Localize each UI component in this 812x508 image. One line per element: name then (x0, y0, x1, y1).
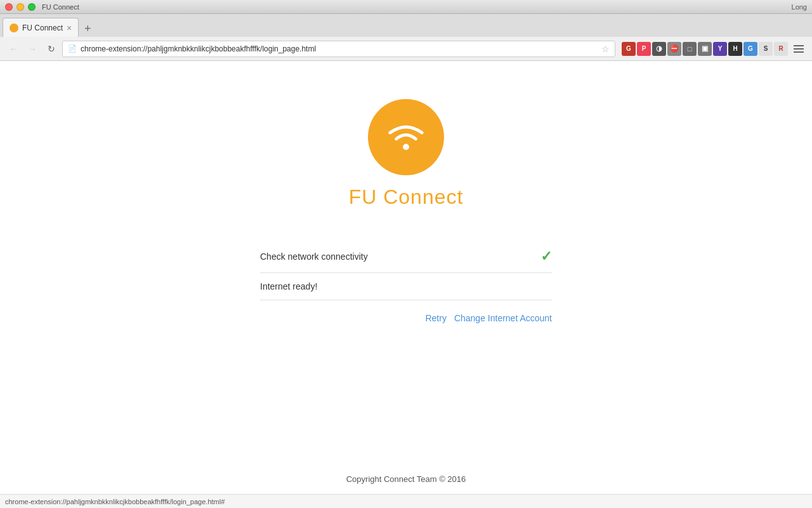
reload-button[interactable]: ↻ (43, 41, 60, 57)
translate-ext-icon[interactable]: G (743, 42, 757, 56)
ext10-icon[interactable]: S (759, 42, 773, 56)
maximize-button[interactable] (28, 3, 36, 11)
pocket-ext-icon[interactable]: P (637, 42, 651, 56)
honey-ext-icon[interactable]: Y (713, 42, 727, 56)
svg-point-0 (403, 144, 409, 150)
connectivity-check-row: Check network connectivity ✓ (260, 241, 552, 273)
status-bar-url: chrome-extension://pahljgmknbkknlikcjkbo… (5, 498, 225, 505)
internet-status-message: Internet ready! (260, 281, 317, 291)
action-links: Retry Change Internet Account (260, 313, 552, 323)
extension-icons: G P ◑ ⛔ □ ▣ Y H G S R (622, 42, 788, 56)
menu-line-3 (794, 51, 804, 53)
check-passed-icon: ✓ (540, 248, 552, 265)
page-content: FU Connect Check network connectivity ✓ … (0, 61, 812, 494)
url-text: chrome-extension://pahljgmknbkknlikcjkbo… (81, 44, 598, 53)
connectivity-check-label: Check network connectivity (260, 251, 368, 262)
address-bar-row: ← → ↻ 📄 chrome-extension://pahljgmknbkkn… (0, 37, 812, 61)
window-top-right: Long (792, 3, 807, 11)
chrome-menu-button[interactable] (790, 41, 807, 57)
active-tab[interactable]: FU Connect × (3, 18, 79, 37)
tab-label: FU Connect (22, 23, 63, 32)
tab-close-button[interactable]: × (67, 23, 72, 32)
tampermonkey-ext-icon[interactable]: H (728, 42, 742, 56)
gmail-ext-icon[interactable]: G (622, 42, 636, 56)
ext6-icon[interactable]: ▣ (698, 42, 712, 56)
menu-line-2 (794, 48, 804, 50)
close-button[interactable] (5, 3, 13, 11)
tab-bar: FU Connect × + (0, 14, 812, 37)
app-title: FU Connect (349, 185, 464, 209)
wifi-icon (384, 115, 428, 159)
retry-link[interactable]: Retry (425, 313, 446, 323)
window-title: FU Connect (42, 3, 79, 11)
ublock-ext-icon[interactable]: ⛔ (667, 42, 681, 56)
status-bar: chrome-extension://pahljgmknbkknlikcjkbo… (0, 494, 812, 508)
ext11-icon[interactable]: R (774, 42, 788, 56)
tab-favicon (10, 23, 18, 32)
copyright-text: Copyright Connect Team © 2016 (346, 474, 466, 484)
title-bar: FU Connect Long (0, 0, 812, 14)
address-bar[interactable]: 📄 chrome-extension://pahljgmknbkknlikcjk… (62, 41, 615, 57)
page-footer: Copyright Connect Team © 2016 (0, 474, 812, 484)
change-account-link[interactable]: Change Internet Account (454, 313, 552, 323)
app-logo-circle (368, 99, 444, 175)
forward-button[interactable]: → (24, 41, 41, 57)
minimize-button[interactable] (16, 3, 24, 11)
back-button[interactable]: ← (5, 41, 22, 57)
bookmark-star-icon[interactable]: ☆ (601, 44, 610, 54)
new-tab-button[interactable]: + (79, 20, 96, 37)
internet-ready-row: Internet ready! (260, 273, 552, 300)
logo-area: FU Connect (349, 99, 464, 209)
menu-line-1 (794, 45, 804, 46)
privacy-ext-icon[interactable]: ◑ (652, 42, 666, 56)
status-panel: Check network connectivity ✓ Internet re… (260, 241, 552, 300)
ext5-icon[interactable]: □ (683, 42, 697, 56)
page-icon: 📄 (68, 44, 77, 53)
